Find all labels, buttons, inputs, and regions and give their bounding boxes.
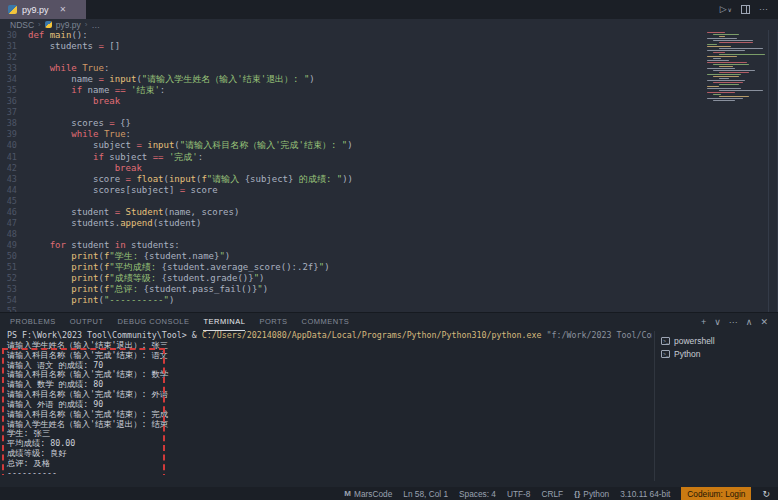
panel-header: PROBLEMSOUTPUTDEBUG CONSOLETERMINALPORTS… (0, 313, 778, 331)
code-line[interactable]: 32 (0, 52, 777, 63)
codeium-login-button[interactable]: Codeium: Login (681, 487, 751, 500)
new-terminal-button[interactable]: + (701, 318, 706, 327)
bottom-panel: PROBLEMSOUTPUTDEBUG CONSOLETERMINALPORTS… (0, 312, 778, 487)
line-number: 43 (0, 174, 28, 185)
code-line[interactable]: 30def main(): (0, 30, 777, 41)
code-line[interactable]: 37 (0, 107, 777, 118)
code-line[interactable]: 44 scores[subject] = score (0, 185, 777, 196)
maximize-panel-button[interactable]: ∧ (746, 318, 753, 327)
code-line[interactable]: 47 students.append(student) (0, 218, 777, 229)
line-number: 33 (0, 63, 28, 74)
code-editor[interactable]: 30def main():31 students = []3233 while … (0, 30, 778, 312)
python-file-icon (8, 5, 17, 14)
eol-selector[interactable]: CRLF (541, 489, 563, 499)
panel-tab-ports[interactable]: PORTS (259, 313, 287, 331)
line-number: 46 (0, 207, 28, 218)
code-line[interactable]: 46 student = Student(name, scores) (0, 207, 777, 218)
panel-tab-terminal[interactable]: TERMINAL (203, 313, 245, 331)
editor-actions: ▷∨··· (720, 0, 778, 19)
terminal-icon: >_ (661, 350, 670, 358)
line-number: 53 (0, 284, 28, 295)
code-line[interactable]: 50 print(f"学生: {student.name}") (0, 251, 777, 262)
code-line[interactable]: 49 for student in students: (0, 240, 777, 251)
status-items: MMarsCodeLn 58, Col 1Spaces: 4UTF-8CRLF{… (344, 489, 670, 499)
line-number: 49 (0, 240, 28, 251)
code-line[interactable]: 54 print("----------") (0, 295, 777, 306)
language-mode[interactable]: {}Python (574, 489, 609, 499)
line-number: 50 (0, 251, 28, 262)
chevron-down-icon[interactable]: ∨ (728, 7, 732, 13)
code-line[interactable]: 38 scores = {} (0, 118, 777, 129)
code-line[interactable]: 52 print(f"成绩等级: {student.grade()}") (0, 273, 777, 284)
line-number: 31 (0, 41, 28, 52)
line-number: 38 (0, 118, 28, 129)
terminal-dropdown[interactable]: ∨ (714, 318, 721, 327)
panel-tab-output[interactable]: OUTPUT (70, 313, 104, 331)
tab-py9[interactable]: py9.py ✕ (0, 0, 86, 19)
code-line[interactable]: 39 while True: (0, 129, 777, 140)
split-editor-icon[interactable] (741, 5, 750, 14)
breadcrumb-item[interactable]: NDSC (10, 20, 34, 30)
breadcrumb-item[interactable]: … (91, 20, 100, 30)
line-number: 40 (0, 140, 28, 151)
code-lines: 30def main():31 students = []3233 while … (0, 30, 777, 312)
terminal-list-label: Python (674, 349, 700, 359)
breadcrumb-separator-icon: › (38, 20, 41, 29)
line-number: 41 (0, 152, 28, 163)
terminal-line: 成绩等级: 良好 (0, 449, 652, 459)
line-number: 39 (0, 129, 28, 140)
code-line[interactable]: 42 break (0, 163, 777, 174)
panel-tabs: PROBLEMSOUTPUTDEBUG CONSOLETERMINALPORTS… (10, 313, 363, 331)
panel-tab-debug-console[interactable]: DEBUG CONSOLE (118, 313, 190, 331)
terminal-output[interactable]: PS F:\Work\2023 Tool\Community\Tool> & C… (0, 331, 652, 475)
minimap[interactable] (707, 32, 765, 144)
terminal-line: 平均成绩: 80.00 (0, 439, 652, 449)
code-line[interactable]: 43 score = float(input(f"请输入 {subject} 的… (0, 174, 777, 185)
code-line[interactable]: 41 if subject == '完成': (0, 152, 777, 163)
close-panel-button[interactable]: ✕ (760, 318, 768, 327)
editor-scrollbar[interactable] (768, 30, 769, 312)
terminal-line: 总评: 及格 (0, 459, 652, 469)
panel-tab-comments[interactable]: COMMENTS (302, 313, 350, 331)
code-line[interactable]: 48 (0, 229, 777, 240)
terminal-list-item-python[interactable]: >_Python (661, 347, 778, 360)
code-line[interactable]: 40 subject = input("请输入科目名称（输入'完成'结束）: "… (0, 140, 777, 151)
tab-close-icon[interactable]: ✕ (60, 5, 67, 14)
indentation[interactable]: Spaces: 4 (459, 489, 496, 499)
line-number: 47 (0, 218, 28, 229)
line-number: 54 (0, 295, 28, 306)
encoding[interactable]: UTF-8 (507, 489, 531, 499)
python-file-icon (45, 21, 52, 28)
line-number: 45 (0, 196, 28, 207)
breadcrumb-item[interactable]: py9.py (56, 20, 81, 30)
feedback-icon[interactable]: ↻ (762, 489, 770, 499)
code-line[interactable]: 31 students = [] (0, 41, 777, 52)
terminal-list-item-powershell[interactable]: >_powershell (661, 334, 778, 347)
status-bar: MMarsCodeLn 58, Col 1Spaces: 4UTF-8CRLF{… (0, 487, 778, 500)
more-actions-button[interactable]: ··· (759, 5, 768, 14)
language-mode-icon: {} (574, 489, 580, 498)
code-line[interactable]: 45 (0, 196, 777, 207)
line-number: 30 (0, 30, 28, 41)
run-button[interactable]: ▷∨ (720, 5, 732, 14)
line-number: 35 (0, 85, 28, 96)
line-number: 34 (0, 74, 28, 85)
code-line[interactable]: 36 break (0, 96, 777, 107)
python-interpreter[interactable]: 3.10.11 64-bit (620, 489, 670, 499)
code-line[interactable]: 51 print(f"平均成绩: {student.average_score(… (0, 262, 777, 273)
code-line[interactable]: 35 if name == '结束': (0, 85, 777, 96)
code-line[interactable]: 33 while True: (0, 63, 777, 74)
terminal-lines: PS F:\Work\2023 Tool\Community\Tool> & C… (0, 331, 652, 475)
marscode-status[interactable]: MMarsCode (344, 489, 392, 499)
terminal-icon: >_ (661, 337, 670, 345)
breadcrumb[interactable]: NDSC›py9.py›… (0, 19, 778, 30)
marscode-status-icon: M (344, 489, 351, 498)
line-number: 37 (0, 107, 28, 118)
cursor-position[interactable]: Ln 58, Col 1 (403, 489, 448, 499)
run-icon: ▷ (720, 5, 727, 14)
code-line[interactable]: 34 name = input("请输入学生姓名（输入'结束'退出）: ") (0, 74, 777, 85)
line-number: 36 (0, 96, 28, 107)
panel-more-actions-button[interactable]: ··· (729, 318, 738, 327)
panel-tab-problems[interactable]: PROBLEMS (10, 313, 56, 331)
code-line[interactable]: 53 print(f"总评: {student.pass_fail()}") (0, 284, 777, 295)
